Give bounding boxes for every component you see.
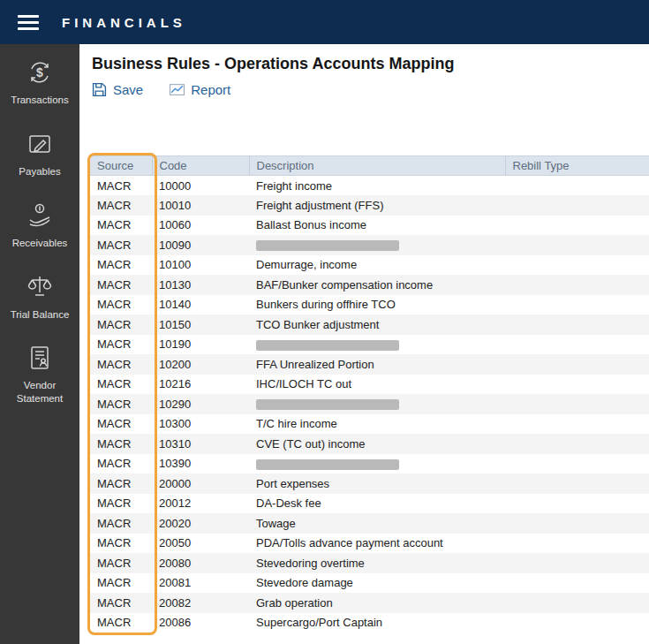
- table-row[interactable]: MACR 10300 T/C hire income: [90, 414, 649, 435]
- table-row[interactable]: MACR 20080 Stevedoring overtime: [90, 553, 649, 573]
- table-body: MACR 10000 Freight income MACR 10010 Fre…: [90, 176, 649, 633]
- source-cell: MACR: [90, 534, 152, 554]
- table-row[interactable]: MACR 10390: [90, 454, 649, 474]
- redacted-text: [256, 399, 399, 410]
- sidebar-item-label: Vendor Statement: [5, 379, 74, 405]
- column-header-code[interactable]: Code: [152, 156, 249, 176]
- source-cell: MACR: [90, 494, 152, 514]
- source-cell: MACR: [90, 613, 152, 633]
- save-icon: [92, 82, 107, 97]
- code-cell: 10130: [152, 275, 249, 295]
- rebill-type-cell: [505, 494, 649, 514]
- description-cell: IHC/ILOCH TC out: [249, 375, 505, 395]
- vendor-statement-icon: [26, 344, 54, 375]
- save-button[interactable]: Save: [92, 82, 143, 97]
- code-cell: 10140: [152, 295, 249, 315]
- source-cell: MACR: [90, 314, 152, 335]
- app-title: FINANCIALS: [62, 15, 186, 30]
- sidebar-item-transactions[interactable]: $ Transactions: [5, 58, 74, 107]
- column-header-description[interactable]: Description: [249, 156, 505, 176]
- table-row[interactable]: MACR 20000 Port expenses: [90, 474, 649, 494]
- source-cell: MACR: [90, 513, 152, 534]
- table-row[interactable]: MACR 20050 PDA/Tolls advance payment acc…: [90, 534, 649, 554]
- description-cell: Grab operation: [249, 593, 505, 613]
- source-cell: MACR: [90, 474, 152, 494]
- description-cell: Demurrage, income: [249, 255, 505, 276]
- rebill-type-cell: [505, 176, 649, 196]
- sidebar-item-payables[interactable]: Payables: [5, 130, 74, 178]
- source-cell: MACR: [90, 195, 152, 216]
- code-cell: 20000: [152, 474, 249, 494]
- main-content: Business Rules - Operations Accounts Map…: [79, 44, 649, 644]
- table-row[interactable]: MACR 20020 Towage: [90, 513, 649, 534]
- code-cell: 10000: [152, 176, 249, 196]
- source-cell: MACR: [90, 553, 152, 573]
- report-chart-icon: [170, 82, 185, 97]
- table-row[interactable]: MACR 10200 FFA Unrealized Portion: [90, 354, 649, 375]
- table-row[interactable]: MACR 10100 Demurrage, income: [90, 255, 649, 276]
- sidebar-item-trial-balance[interactable]: Trial Balance: [5, 272, 74, 321]
- sidebar-item-vendor-statement[interactable]: Vendor Statement: [5, 344, 74, 405]
- menu-icon[interactable]: [18, 15, 39, 30]
- table-row[interactable]: MACR 10000 Freight income: [90, 176, 649, 196]
- table-row[interactable]: MACR 10310 CVE (TC out) income: [90, 434, 649, 454]
- table-row[interactable]: MACR 10290: [90, 394, 649, 414]
- report-button[interactable]: Report: [170, 82, 230, 97]
- source-cell: MACR: [90, 375, 152, 395]
- source-cell: MACR: [90, 295, 152, 315]
- table-row[interactable]: MACR 20012 DA-Desk fee: [90, 494, 649, 514]
- description-cell: [249, 335, 505, 355]
- rebill-type-cell: [505, 394, 649, 414]
- source-cell: MACR: [90, 394, 152, 414]
- rebill-type-cell: [505, 314, 649, 335]
- source-cell: MACR: [90, 176, 152, 196]
- redacted-text: [256, 240, 399, 251]
- description-cell: CVE (TC out) income: [249, 434, 505, 454]
- description-cell: FFA Unrealized Portion: [249, 354, 505, 375]
- table-row[interactable]: MACR 10140 Bunkers during offhire TCO: [90, 295, 649, 315]
- description-cell: TCO Bunker adjustment: [249, 314, 505, 335]
- rebill-type-cell: [505, 255, 649, 276]
- description-cell: PDA/Tolls advance payment account: [249, 534, 505, 554]
- code-cell: 10150: [152, 314, 249, 335]
- rebill-type-cell: [505, 335, 649, 355]
- table-header-row: Source Code Description Rebill Type: [90, 156, 649, 176]
- table-row[interactable]: MACR 10190: [90, 335, 649, 355]
- table-row[interactable]: MACR 20082 Grab operation: [90, 593, 649, 613]
- report-label: Report: [191, 82, 230, 97]
- table-row[interactable]: MACR 10150 TCO Bunker adjustment: [90, 314, 649, 335]
- description-cell: Freight adjustment (FFS): [249, 195, 505, 216]
- sidebar-item-label: Trial Balance: [11, 308, 70, 321]
- code-cell: 20086: [152, 613, 249, 633]
- table-row[interactable]: MACR 10090: [90, 235, 649, 255]
- transactions-icon: $: [26, 58, 54, 89]
- table-row[interactable]: MACR 10216 IHC/ILOCH TC out: [90, 375, 649, 395]
- column-header-source[interactable]: Source: [90, 156, 152, 176]
- source-cell: MACR: [90, 593, 152, 613]
- description-cell: Stevedore damage: [249, 573, 505, 594]
- source-cell: MACR: [90, 335, 152, 355]
- rebill-type-cell: [505, 474, 649, 494]
- code-cell: 10060: [152, 216, 249, 236]
- table-row[interactable]: MACR 10130 BAF/Bunker compensation incom…: [90, 275, 649, 295]
- sidebar-item-receivables[interactable]: Receivables: [5, 201, 74, 250]
- description-cell: Ballast Bonus income: [249, 216, 505, 236]
- code-cell: 20080: [152, 553, 249, 573]
- save-label: Save: [113, 82, 143, 97]
- accounts-table: Source Code Description Rebill Type MACR…: [90, 155, 649, 633]
- rebill-type-cell: [505, 534, 649, 554]
- toolbar: Save Report: [92, 82, 649, 97]
- table-row[interactable]: MACR 10060 Ballast Bonus income: [90, 216, 649, 236]
- source-cell: MACR: [90, 454, 152, 474]
- column-header-rebill-type[interactable]: Rebill Type: [505, 156, 649, 176]
- redacted-text: [256, 459, 399, 470]
- table-row[interactable]: MACR 10010 Freight adjustment (FFS): [90, 195, 649, 216]
- sidebar: $ Transactions Payables: [0, 44, 79, 644]
- table-row[interactable]: MACR 20086 Supercargo/Port Captain: [90, 613, 649, 633]
- table-row[interactable]: MACR 20081 Stevedore damage: [90, 573, 649, 594]
- page-title: Business Rules - Operations Accounts Map…: [92, 55, 649, 73]
- source-cell: MACR: [90, 275, 152, 295]
- rebill-type-cell: [505, 573, 649, 594]
- payables-icon: [26, 130, 54, 161]
- svg-text:$: $: [36, 65, 43, 80]
